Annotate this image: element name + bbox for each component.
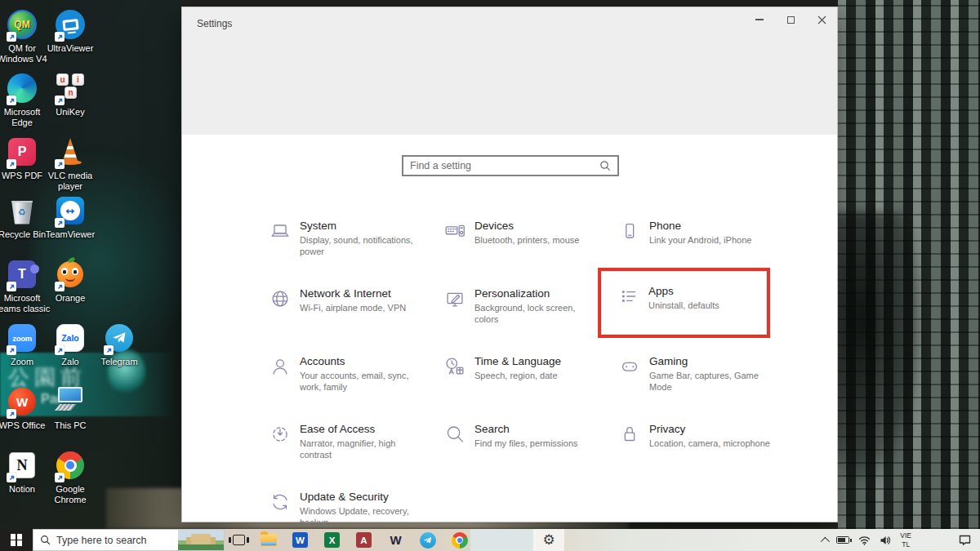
desktop-icon-chrome[interactable]: Google Chrome: [41, 449, 100, 505]
window-title: Settings: [197, 18, 232, 29]
recycle-bin-icon: ♻: [11, 198, 33, 224]
tile-accounts[interactable]: Accounts Your accounts, email, sync, wor…: [268, 354, 435, 393]
taskbar-settings-active[interactable]: ⚙: [533, 529, 564, 551]
volume-icon[interactable]: [880, 535, 891, 545]
shortcut-arrow-icon: [55, 473, 65, 482]
taskbar-search-input[interactable]: [56, 535, 153, 546]
minimize-button[interactable]: [744, 7, 775, 32]
task-view-button[interactable]: [225, 529, 252, 551]
taskbar-bright-patch: [470, 529, 536, 551]
wallpaper-tree: [823, 212, 921, 482]
system-icon: [268, 219, 292, 243]
apps-icon: [617, 284, 641, 309]
tile-network[interactable]: Network & Internet Wi-Fi, airplane mode,…: [268, 287, 435, 313]
action-center-icon[interactable]: [958, 534, 972, 546]
telegram-icon: [420, 532, 436, 549]
taskbar-apps: W X A W: [252, 529, 475, 551]
battery-icon[interactable]: [836, 536, 849, 544]
taskbar-telegram[interactable]: [412, 529, 443, 551]
find-setting-input[interactable]: [410, 160, 599, 171]
privacy-lock-icon: [617, 422, 642, 447]
task-view-icon: [233, 535, 245, 545]
time-language-icon: [443, 354, 467, 379]
search-icon: [40, 535, 51, 545]
file-explorer-icon: [261, 534, 277, 546]
tile-devices[interactable]: Devices Bluetooth, printers, mouse: [443, 219, 610, 246]
taskbar-word[interactable]: W: [284, 529, 316, 551]
tile-apps[interactable]: Apps Uninstall, defaults: [602, 272, 769, 311]
desktop-icon-orange[interactable]: Orange: [41, 258, 100, 304]
shortcut-arrow-icon: [7, 409, 16, 419]
tile-personalization[interactable]: Personalization Background, lock screen,…: [443, 287, 610, 326]
start-button[interactable]: [0, 529, 33, 551]
tile-privacy[interactable]: Privacy Location, camera, microphone: [617, 422, 785, 449]
shortcut-arrow-icon: [7, 159, 16, 169]
phone-icon: [617, 219, 642, 243]
desktop: 公園前 Par QM QM for Windows V4 UltraViewer…: [0, 0, 980, 551]
maximize-button[interactable]: [775, 7, 806, 32]
find-setting-searchbox[interactable]: [402, 155, 619, 176]
taskbar: W X A W ⚙: [0, 529, 980, 551]
taskbar-wps-office[interactable]: W: [380, 529, 412, 551]
devices-icon: [443, 219, 467, 243]
taskbar-access[interactable]: A: [348, 529, 380, 551]
desktop-icon-unikey[interactable]: u i n UniKey: [41, 72, 100, 118]
system-tray: VIE TL: [821, 529, 980, 551]
desktop-icon-label: Orange: [41, 293, 100, 304]
this-pc-icon: [55, 387, 86, 416]
desktop-icon-label: TeamViewer: [41, 229, 100, 240]
tile-search[interactable]: Search Find my files, permissions: [443, 422, 610, 449]
tile-gaming[interactable]: Gaming Game Bar, captures, Game Mode: [617, 354, 785, 393]
windows-logo-icon: [11, 534, 23, 546]
shortcut-arrow-icon: [55, 159, 65, 169]
word-icon: W: [292, 532, 308, 548]
taskbar-excel[interactable]: X: [316, 529, 348, 551]
shortcut-arrow-icon: [7, 473, 16, 482]
desktop-icon-label: UltraViewer: [41, 43, 100, 54]
settings-gear-icon: ⚙: [542, 533, 555, 547]
desktop-icon-label: VLC media player: [41, 171, 100, 192]
desktop-icon-telegram[interactable]: Telegram: [90, 322, 149, 367]
desktop-icon-teamviewer[interactable]: ↔ TeamViewer: [41, 194, 100, 240]
shortcut-arrow-icon: [7, 345, 16, 355]
search-icon: [599, 160, 611, 171]
personalization-icon: [443, 287, 467, 311]
search-highlight-image[interactable]: [178, 530, 224, 550]
shortcut-arrow-icon: [104, 345, 114, 355]
desktop-icon-label: This PC: [41, 420, 100, 431]
network-globe-icon: [268, 287, 292, 311]
wallpaper-top-strip: [181, 0, 838, 7]
shortcut-arrow-icon: [55, 32, 65, 42]
desktop-icon-vlc[interactable]: VLC media player: [41, 136, 100, 192]
taskbar-file-explorer[interactable]: [252, 529, 284, 551]
access-icon: A: [356, 532, 372, 548]
tile-time-language[interactable]: Time & Language Speech, region, date: [443, 354, 610, 381]
wifi-icon[interactable]: [858, 535, 871, 545]
accounts-icon: [268, 354, 292, 379]
window-header: [182, 7, 837, 135]
desktop-icon-label: UniKey: [41, 107, 100, 118]
shortcut-arrow-icon: [55, 96, 65, 105]
ease-of-access-icon: [268, 422, 292, 447]
taskbar-search-box[interactable]: [33, 529, 225, 551]
gaming-controller-icon: [617, 354, 642, 379]
update-security-icon: [268, 490, 292, 514]
tile-system[interactable]: System Display, sound, notifications, po…: [268, 219, 435, 258]
chrome-icon: [452, 532, 468, 549]
desktop-icon-ultraviewer[interactable]: UltraViewer: [41, 8, 100, 54]
tray-chevron-up-icon[interactable]: [821, 536, 830, 545]
shortcut-arrow-icon: [55, 345, 65, 355]
tile-update-security[interactable]: Update & Security Windows Update, recove…: [268, 490, 435, 529]
tile-phone[interactable]: Phone Link your Android, iPhone: [617, 219, 785, 246]
desktop-icon-label: Telegram: [90, 357, 149, 367]
close-button[interactable]: [806, 7, 837, 32]
desktop-icon-label: Google Chrome: [41, 484, 100, 505]
apps-highlight-annotation: Apps Uninstall, defaults: [598, 268, 770, 338]
shortcut-arrow-icon: [7, 96, 16, 105]
desktop-icon-this-pc[interactable]: This PC: [41, 385, 100, 431]
language-indicator[interactable]: VIE TL: [900, 531, 911, 548]
tile-ease-of-access[interactable]: Ease of Access Narrator, magnifier, high…: [268, 422, 435, 461]
shortcut-arrow-icon: [7, 32, 16, 42]
excel-icon: X: [324, 532, 340, 548]
window-controls: [744, 7, 837, 32]
